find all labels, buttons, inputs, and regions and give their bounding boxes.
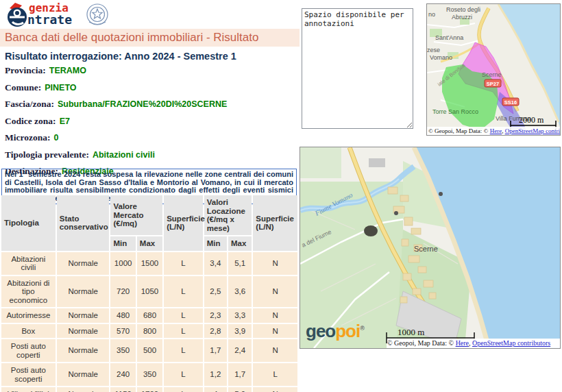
map-label-vomano: Vomano bbox=[430, 54, 452, 61]
cell-superficie-l: N bbox=[253, 308, 297, 323]
cell-superficie-l: N bbox=[253, 252, 297, 275]
field-tipologia-prevalente: Tipologia prevalente:Abitazioni civili bbox=[5, 149, 296, 160]
cell-superficie-m: L bbox=[164, 387, 203, 392]
page-title: Banca dati delle quotazioni immobiliari … bbox=[0, 29, 300, 47]
result-fields: Provincia:TERAMO Comune:PINETO Fascia/zo… bbox=[5, 65, 296, 183]
field-label: Codice zona: bbox=[5, 116, 56, 126]
map-attribution: © Geopoi, Map Data: © Here, OpenStreetMa… bbox=[427, 127, 560, 135]
col-header-max: Max bbox=[228, 236, 252, 251]
svg-text:SS16: SS16 bbox=[504, 99, 517, 106]
cell-vl-min: 2,8 bbox=[204, 324, 227, 339]
table-row: BoxNormale570800L2,83,9N bbox=[1, 324, 297, 339]
cell-vl-min: 3,4 bbox=[204, 252, 227, 275]
map-label-zese: zese bbox=[427, 47, 440, 53]
field-label: Provincia: bbox=[5, 65, 46, 75]
agenzia-entrate-logo: genzia ntrate bbox=[4, 1, 114, 29]
col-header-valore-mercato: Valore Mercato (€/mq) bbox=[110, 195, 162, 235]
cell-superficie-m: L bbox=[164, 363, 203, 386]
map-label-abruzzi: Abruzzi bbox=[452, 14, 472, 21]
cell-tipologia: Ville e Villini bbox=[1, 387, 56, 392]
cell-vm-min: 350 bbox=[110, 339, 135, 362]
cell-stato: Normale bbox=[57, 363, 110, 386]
openstreetmap-link[interactable]: OpenStreetMap contributors bbox=[472, 339, 550, 347]
here-link[interactable]: Here bbox=[490, 127, 502, 134]
geopoi-logo-poi: poi bbox=[335, 321, 360, 341]
cell-stato: Normale bbox=[57, 387, 110, 392]
col-header-min: Min bbox=[204, 236, 227, 251]
svg-text:SP27: SP27 bbox=[487, 81, 499, 87]
field-value: Abitazioni civili bbox=[93, 150, 155, 160]
table-row: Ville e VilliniNormale11501700L45,9N bbox=[1, 387, 297, 392]
field-label: Tipologia prevalente: bbox=[5, 149, 89, 160]
cell-superficie-l: N bbox=[253, 387, 297, 392]
cell-vl-min: 4 bbox=[204, 387, 227, 392]
logo-text-entrate: ntrate bbox=[27, 12, 72, 27]
table-row: Posti auto scopertiNormale240350L1,21,7L bbox=[1, 363, 297, 386]
cell-superficie-m: L bbox=[164, 252, 203, 275]
field-value: TERAMO bbox=[49, 66, 86, 75]
map-label-santanna: Sant'Anna bbox=[435, 34, 463, 41]
cell-vm-min: 480 bbox=[110, 308, 135, 323]
entrate-e-ball-icon bbox=[8, 3, 27, 27]
cell-vm-max: 1050 bbox=[137, 276, 162, 308]
openstreetmap-link[interactable]: OpenStreetMap contributors bbox=[505, 127, 560, 134]
cell-tipologia: Abitazioni di tipo economico bbox=[1, 276, 56, 308]
cell-tipologia: Autorimesse bbox=[1, 308, 56, 323]
field-provincia: Provincia:TERAMO bbox=[5, 65, 296, 75]
map-scale-label: 2000 m bbox=[519, 115, 544, 125]
map-label-torre-san-rocco: Torre San Rocco bbox=[432, 108, 478, 115]
quotations-table: Tipologia Stato conservativo Valore Merc… bbox=[0, 194, 299, 392]
col-header-stato: Stato conservativo bbox=[57, 195, 110, 251]
cell-vm-min: 720 bbox=[110, 276, 135, 308]
road-badge-ss16: SS16 bbox=[502, 98, 519, 106]
cell-vm-max: 1700 bbox=[137, 387, 162, 392]
field-value: PINETO bbox=[45, 83, 76, 93]
cell-vm-max: 350 bbox=[137, 363, 162, 386]
col-header-min: Min bbox=[110, 236, 135, 251]
cell-vm-min: 570 bbox=[110, 324, 135, 339]
geopoi-logo: geopoi® bbox=[306, 319, 365, 340]
annotations-textarea[interactable]: Spazio disponibile per annotazioni bbox=[302, 8, 413, 129]
cell-vl-max: 1,7 bbox=[228, 363, 252, 386]
here-link[interactable]: Here bbox=[456, 339, 469, 347]
cell-vl-min: 1,2 bbox=[204, 363, 227, 386]
cell-vl-max: 3,3 bbox=[228, 308, 252, 323]
cell-vm-max: 1500 bbox=[137, 252, 162, 275]
cell-vl-min: 1,7 bbox=[204, 339, 227, 362]
map-label-roseto: Roseto degli bbox=[446, 6, 480, 13]
cell-vl-max: 3,9 bbox=[228, 324, 252, 339]
italy-emblem-icon bbox=[87, 4, 108, 25]
field-value: E7 bbox=[60, 117, 70, 126]
cell-tipologia: Abitazioni civili bbox=[1, 252, 56, 275]
overview-map[interactable]: no Roseto degli Abruzzi Sant'Anna zese V… bbox=[426, 3, 561, 136]
table-row: AutorimesseNormale480680L2,33,3N bbox=[1, 308, 297, 323]
cell-stato: Normale bbox=[57, 252, 110, 275]
table-row: Abitazioni civiliNormale10001500L3,45,1N bbox=[1, 252, 297, 275]
cell-stato: Normale bbox=[57, 276, 110, 308]
result-heading: Risultato interrogazione: Anno 2024 - Se… bbox=[5, 51, 236, 62]
col-header-superficie-locazione: Superficie (L/N) bbox=[253, 195, 297, 251]
cell-vl-max: 2,4 bbox=[228, 339, 252, 362]
cell-tipologia: Posti auto scoperti bbox=[1, 363, 56, 386]
cell-tipologia: Box bbox=[1, 324, 56, 339]
cell-vl-min: 2,5 bbox=[204, 276, 227, 308]
cell-stato: Normale bbox=[57, 308, 110, 323]
cell-tipologia: Posti auto coperti bbox=[1, 339, 56, 362]
map-scale-label: 1000 m bbox=[398, 327, 424, 337]
cell-vm-min: 1000 bbox=[110, 252, 135, 275]
field-label: Comune: bbox=[5, 82, 41, 93]
cell-vl-max: 5,1 bbox=[228, 252, 252, 275]
cell-superficie-m: L bbox=[164, 308, 203, 323]
field-fascia-zona: Fascia/zona:Suburbana/FRAZIONE%20DI%20SC… bbox=[5, 99, 296, 109]
field-value: Suburbana/FRAZIONE%20DI%20SCERNE bbox=[58, 99, 227, 109]
geopoi-logo-reg: ® bbox=[360, 325, 365, 332]
cell-vl-min: 2,3 bbox=[204, 308, 227, 323]
detail-map[interactable]: Fiume Vomano a del Fiume Scerne 1000 m g… bbox=[300, 147, 561, 349]
field-comune: Comune:PINETO bbox=[5, 82, 296, 93]
road-badge-sp27: SP27 bbox=[485, 79, 501, 87]
attribution-text: © Geopoi, Map Data: © bbox=[428, 127, 490, 134]
field-label: Fascia/zona: bbox=[5, 99, 54, 109]
col-header-tipologia: Tipologia bbox=[1, 195, 56, 251]
cell-superficie-l: N bbox=[253, 324, 297, 339]
map-label-scerne: Scerne bbox=[482, 71, 502, 78]
